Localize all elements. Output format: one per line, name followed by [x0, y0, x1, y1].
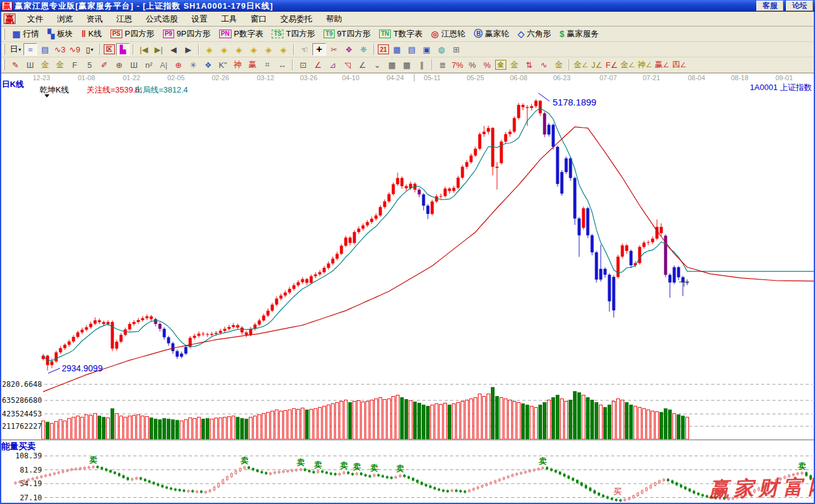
pane-separator[interactable]	[0, 439, 815, 441]
info-panel[interactable]: ▤	[38, 43, 52, 56]
n-squared[interactable]: n²	[142, 59, 156, 71]
web-export[interactable]: ◍	[435, 43, 448, 56]
market-quotes[interactable]: ▦行情	[12, 28, 39, 41]
t-number-table[interactable]: TNT数字表	[379, 28, 422, 41]
gann-fan-red[interactable]: ∠	[311, 59, 325, 71]
fan-box-purple[interactable]: ⊿	[326, 59, 340, 71]
next-page[interactable]: ▶	[182, 43, 195, 56]
menu-item-8[interactable]: 交易委托	[274, 12, 319, 26]
parallel-lines[interactable]: ∥	[415, 59, 428, 71]
candle-type-dropdown[interactable]: ▯▾	[83, 43, 96, 56]
customer-service-button[interactable]: 客服	[756, 1, 784, 11]
gold-comb-1[interactable]: 金	[38, 59, 52, 71]
h-range[interactable]: ↔	[275, 59, 289, 71]
gann-diamond-left[interactable]: ◈	[203, 43, 216, 56]
calculator[interactable]: ▦	[390, 43, 404, 56]
zoom-wave-mode[interactable]: ≈	[23, 43, 37, 56]
circle-comb[interactable]: ⊕	[112, 59, 126, 71]
toolbar-handle[interactable]	[3, 44, 5, 55]
divergence[interactable]: ⇅	[522, 59, 536, 71]
menu-item-6[interactable]: 工具	[214, 12, 244, 26]
comb-lines[interactable]: Ш	[23, 59, 37, 71]
volume-profile[interactable]: ▙	[116, 43, 130, 56]
gann-diamond-x[interactable]: ◈	[247, 43, 261, 56]
hexagon[interactable]: ◇六角形	[517, 28, 551, 41]
last-page[interactable]: ▶|	[152, 43, 165, 56]
gold-circle[interactable]: 金	[495, 60, 506, 70]
ruler-123[interactable]: ⌗	[261, 59, 274, 71]
compass-red[interactable]: ⊕	[172, 59, 185, 71]
percent-7[interactable]: 7%	[451, 59, 464, 71]
angle-ying[interactable]: 赢∠	[654, 59, 670, 71]
gann-wheel[interactable]: ◎江恩轮	[431, 28, 465, 41]
sectors[interactable]: ▚板块	[48, 28, 73, 41]
menu-item-0[interactable]: 文件	[20, 12, 50, 26]
f-comb[interactable]: F	[68, 59, 82, 71]
gann-diamond-star[interactable]: ◈	[277, 43, 290, 56]
save-disk[interactable]: ▣	[420, 43, 433, 56]
angle-shen[interactable]: 神∠	[637, 59, 653, 71]
angle-si[interactable]: 四∠	[671, 59, 687, 71]
t-square[interactable]: TST四方形	[272, 28, 315, 41]
9p-square[interactable]: P99P四方形	[163, 28, 211, 41]
zigzag-3[interactable]: ∿3	[53, 43, 67, 56]
tool-teal-flower[interactable]: ❈	[357, 43, 370, 56]
calendar-21[interactable]: 21	[378, 44, 389, 54]
tool-purple-knot[interactable]: ❖	[342, 43, 356, 56]
toolbar-handle[interactable]	[3, 59, 5, 70]
percent[interactable]: %	[466, 59, 479, 71]
zigzag-9[interactable]: ∿9	[68, 43, 82, 56]
angle-f[interactable]: F∠	[605, 59, 619, 71]
crosshair[interactable]: +	[312, 43, 326, 56]
k-double-quote[interactable]: K"	[216, 59, 230, 71]
gann-diamond-right[interactable]: ◈	[217, 43, 231, 56]
angle-lines[interactable]: ∠	[356, 59, 369, 71]
brush-red[interactable]: ✎	[9, 59, 22, 71]
data-manager[interactable]: ⊞	[449, 43, 463, 56]
menu-item-3[interactable]: 江恩	[109, 12, 139, 26]
menu-item-7[interactable]: 窗口	[244, 12, 274, 26]
toolbar-handle[interactable]	[3, 28, 5, 39]
kline[interactable]: ǁK线	[82, 28, 102, 41]
winner-wheel[interactable]: Ⓑ赢家轮	[474, 28, 509, 41]
candle-style-dropdown[interactable]: 日▾	[9, 43, 22, 56]
web-box[interactable]: ❖	[201, 59, 215, 71]
web-star[interactable]: ✳	[186, 59, 200, 71]
angle-a[interactable]: A|	[157, 59, 170, 71]
notepad[interactable]: ▤	[405, 43, 419, 56]
wave-5[interactable]: 5	[83, 59, 96, 71]
menu-item-5[interactable]: 设置	[185, 12, 214, 26]
menu-item-9[interactable]: 帮助	[319, 12, 349, 26]
menu-item-1[interactable]: 浏览	[50, 12, 80, 26]
forum-button[interactable]: 论坛	[786, 1, 813, 11]
grid-box-arrow[interactable]: ▦	[400, 59, 414, 71]
v-dots[interactable]: ⌄	[370, 59, 384, 71]
scale-ruler[interactable]: ≣	[436, 59, 449, 71]
pan-hand[interactable]: ☜	[298, 43, 311, 56]
box-tool[interactable]: ⊡	[296, 59, 310, 71]
prev-page[interactable]: ◀	[167, 43, 180, 56]
winner-service[interactable]: $赢家服务	[559, 28, 599, 41]
percent-line[interactable]: %	[480, 59, 494, 71]
gann-diamond-h[interactable]: ◈	[232, 43, 246, 56]
brush-red-2[interactable]: ✐	[98, 59, 111, 71]
measure-scissors[interactable]: ✂	[327, 43, 341, 56]
p-number-table[interactable]: PNP数字表	[219, 28, 264, 41]
9t-square[interactable]: T99T四方形	[324, 28, 370, 41]
menu-item-4[interactable]: 公式选股	[139, 12, 185, 26]
ying-comb[interactable]: 赢	[246, 59, 259, 71]
angle-j[interactable]: J∠	[590, 59, 604, 71]
menu-item-2[interactable]: 资讯	[80, 12, 109, 26]
p-square[interactable]: PSP四方形	[111, 28, 154, 41]
gann-diamond-plus[interactable]: ◈	[262, 43, 275, 56]
grid-box[interactable]: ▦	[385, 59, 399, 71]
gold-red-line[interactable]: 金	[552, 59, 566, 71]
gold-line[interactable]: 金	[508, 59, 521, 71]
fan-box-red[interactable]: ◹	[341, 59, 354, 71]
shen-comb[interactable]: 神	[231, 59, 244, 71]
comb-lines-2[interactable]: Ш	[127, 59, 141, 71]
gold-comb-2[interactable]: 金	[53, 59, 67, 71]
gann-maze[interactable]: 区	[104, 44, 115, 54]
angle-gold-2[interactable]: 金∠	[620, 59, 636, 71]
first-page[interactable]: |◀	[137, 43, 151, 56]
